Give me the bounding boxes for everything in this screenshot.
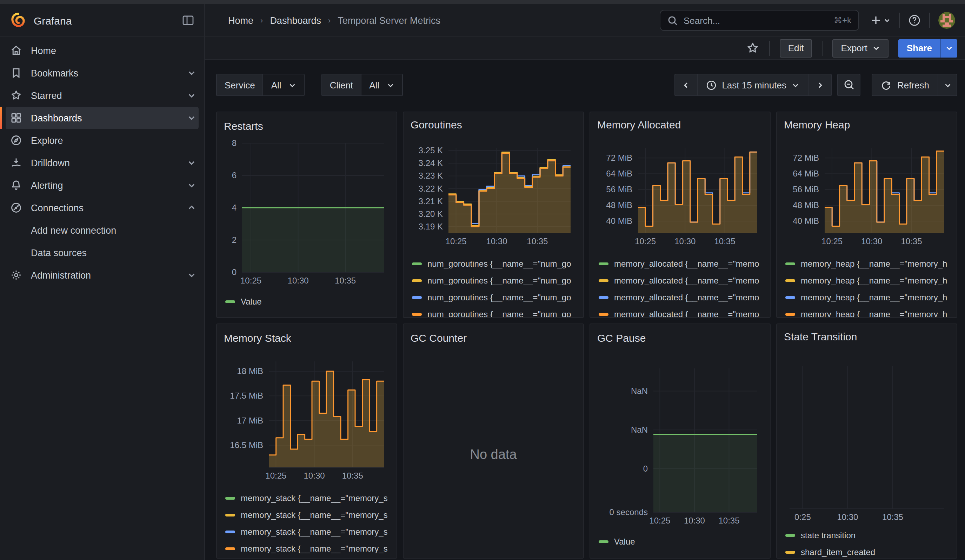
export-button[interactable]: Export	[833, 39, 888, 57]
variable-service-value[interactable]: All	[263, 74, 304, 95]
add-new-button[interactable]	[870, 15, 891, 26]
chevron-down-icon[interactable]	[187, 114, 196, 122]
edit-button[interactable]: Edit	[780, 39, 812, 57]
legend-item[interactable]: memory_stack {__name__="memory_s	[224, 490, 389, 507]
legend-item[interactable]: state transition	[784, 527, 950, 544]
sidebar-item-add-new-connection[interactable]: Add new connection	[6, 219, 199, 242]
search-input[interactable]	[684, 15, 834, 26]
dock-sidebar-icon[interactable]	[182, 14, 195, 27]
panel-title[interactable]: Goroutines	[411, 112, 576, 137]
legend-label: Value	[241, 297, 262, 307]
legend-item[interactable]: memory_heap {__name__="memory_h	[784, 306, 950, 317]
svg-text:72 MiB: 72 MiB	[793, 153, 819, 162]
svg-text:64 MiB: 64 MiB	[793, 169, 819, 178]
chevron-down-icon	[872, 44, 880, 52]
chevron-down-icon	[288, 81, 296, 89]
legend-label: num_goroutines {__name__="num_go	[427, 292, 571, 302]
panel-title[interactable]: Restarts	[224, 112, 389, 139]
time-shift-back-button[interactable]	[674, 73, 697, 96]
legend-item[interactable]: Value	[597, 533, 763, 550]
legend-item[interactable]: memory_heap {__name__="memory_h	[784, 255, 950, 272]
sidebar-item-label: Dashboards	[31, 113, 187, 123]
panel-gc-counter: GC Counter No data	[403, 323, 584, 558]
legend-color-bullet	[412, 296, 422, 299]
zoom-out-button[interactable]	[837, 73, 861, 96]
goroutines-chart[interactable]: 3.19 K3.20 K3.21 K3.22 K3.23 K3.24 K3.25…	[411, 137, 576, 248]
chevron-down-icon[interactable]	[187, 158, 196, 167]
svg-text:3.23 K: 3.23 K	[419, 171, 443, 180]
divider	[929, 13, 930, 28]
search-box[interactable]: ⌘+k	[660, 10, 859, 31]
legend-item[interactable]: memory_allocated {__name__="memo	[597, 272, 763, 289]
panel-title[interactable]: Memory Heap	[784, 112, 950, 137]
legend-item[interactable]: memory_stack {__name__="memory_s	[224, 507, 389, 524]
chevron-up-icon[interactable]	[187, 204, 196, 212]
chevron-down-icon[interactable]	[187, 69, 196, 77]
svg-text:16.5 MiB: 16.5 MiB	[230, 440, 263, 450]
sidebar-item-home[interactable]: Home	[6, 39, 199, 62]
sidebar-item-drilldown[interactable]: Drilldown	[6, 152, 199, 174]
share-dropdown-button[interactable]	[940, 39, 957, 57]
share-button[interactable]: Share	[898, 39, 940, 57]
legend-item[interactable]: num_goroutines {__name__="num_go	[411, 272, 576, 289]
variable-client-value[interactable]: All	[361, 74, 402, 95]
panel-title[interactable]: GC Pause	[597, 324, 763, 351]
legend-item[interactable]: num_goroutines {__name__="num_go	[411, 255, 576, 272]
refresh-button[interactable]: Refresh	[872, 73, 938, 96]
chevron-down-icon[interactable]	[187, 91, 196, 100]
legend-color-bullet	[785, 262, 795, 265]
legend-item[interactable]: num_goroutines {__name__="num_go	[411, 306, 576, 317]
sidebar-item-dashboards[interactable]: Dashboards	[6, 107, 199, 129]
legend-label: memory_stack {__name__="memory_s	[241, 493, 388, 503]
breadcrumb: Home › Dashboards › Temporal Server Metr…	[228, 15, 440, 26]
panel-title[interactable]: Memory Stack	[224, 324, 389, 351]
legend-item[interactable]: memory_allocated {__name__="memo	[597, 255, 763, 272]
legend-item[interactable]: memory_heap {__name__="memory_h	[784, 289, 950, 306]
refresh-icon	[881, 80, 891, 90]
search-icon	[667, 15, 678, 26]
chevron-down-icon[interactable]	[187, 181, 196, 189]
svg-text:6: 6	[232, 171, 237, 180]
legend-item[interactable]: memory_allocated {__name__="memo	[597, 289, 763, 306]
share-split-button: Share	[898, 39, 957, 57]
sidebar-item-administration[interactable]: Administration	[6, 264, 199, 286]
svg-text:3.21 K: 3.21 K	[419, 196, 443, 206]
memory-allocated-chart[interactable]: 40 MiB48 MiB56 MiB64 MiB72 MiB10:2510:30…	[597, 137, 763, 248]
restarts-chart[interactable]: 0246810:2510:3010:35	[224, 139, 389, 288]
favorite-star-button[interactable]	[746, 41, 759, 55]
time-range-picker[interactable]: Last 15 minutes	[697, 73, 809, 96]
legend-item[interactable]: num_goroutines {__name__="num_go	[411, 289, 576, 306]
refresh-interval-dropdown[interactable]	[938, 73, 957, 96]
state-transition-chart[interactable]: 0:2510:3010:35	[784, 349, 950, 524]
legend-item[interactable]: memory_allocated {__name__="memo	[597, 306, 763, 317]
sidebar-item-starred[interactable]: Starred	[6, 84, 199, 107]
chevron-down-icon[interactable]	[187, 271, 196, 279]
panel-title[interactable]: State Transition	[784, 324, 950, 349]
help-icon[interactable]	[908, 14, 921, 27]
avatar[interactable]	[938, 12, 955, 29]
legend-item[interactable]: shard_item_created	[784, 544, 950, 558]
sidebar-item-explore[interactable]: Explore	[6, 129, 199, 152]
panel-memory-allocated: Memory Allocated 40 MiB48 MiB56 MiB64 Mi…	[589, 112, 770, 318]
legend-item[interactable]: memory_stack {__name__="memory_s	[224, 540, 389, 557]
legend-item[interactable]: Value	[224, 293, 389, 310]
gc-pause-chart[interactable]: 0 seconds0NaNNaN10:2510:3010:35	[597, 351, 763, 528]
legend-item[interactable]: memory_stack {__name__="memory_s	[224, 524, 389, 540]
grafana-logo-icon	[10, 12, 27, 29]
panel-title[interactable]: GC Counter	[411, 324, 576, 351]
sidebar-item-bookmarks[interactable]: Bookmarks	[6, 62, 199, 84]
legend-color-bullet	[412, 262, 422, 265]
time-shift-forward-button[interactable]	[809, 73, 832, 96]
breadcrumb-home[interactable]: Home	[228, 15, 254, 26]
bell-icon	[10, 179, 23, 191]
sidebar-item-data-sources[interactable]: Data sources	[6, 242, 199, 264]
legend: Value	[224, 293, 389, 317]
legend-item[interactable]: memory_heap {__name__="memory_h	[784, 272, 950, 289]
breadcrumb-dashboards[interactable]: Dashboards	[270, 15, 321, 26]
sidebar-item-connections[interactable]: Connections	[6, 196, 199, 219]
legend-label: memory_stack {__name__="memory_s	[241, 510, 388, 520]
panel-title[interactable]: Memory Allocated	[597, 112, 763, 137]
memory-heap-chart[interactable]: 40 MiB48 MiB56 MiB64 MiB72 MiB10:2510:30…	[784, 137, 950, 248]
sidebar-item-alerting[interactable]: Alerting	[6, 174, 199, 196]
memory-stack-chart[interactable]: 16.5 MiB17 MiB17.5 MiB18 MiB10:2510:3010…	[224, 351, 389, 483]
